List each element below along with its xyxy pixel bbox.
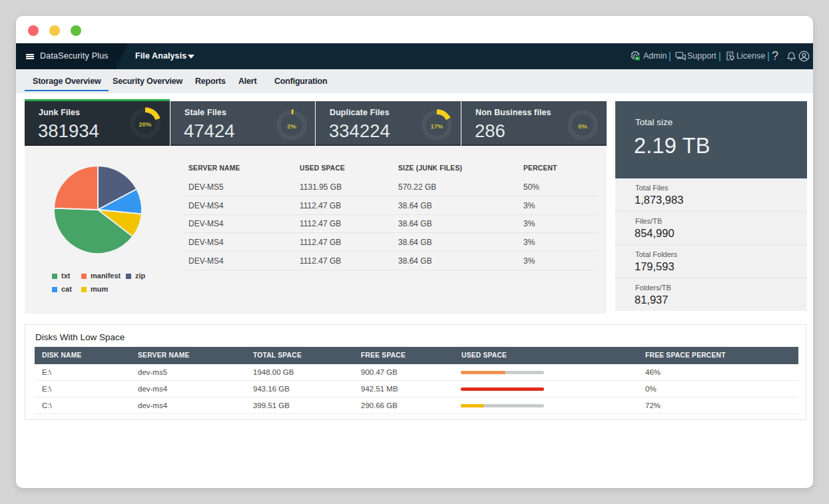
svg-text:20%: 20% — [138, 121, 152, 128]
svg-text:0%: 0% — [578, 123, 587, 130]
svg-text:2%: 2% — [287, 123, 296, 130]
svg-text:17%: 17% — [430, 123, 443, 130]
